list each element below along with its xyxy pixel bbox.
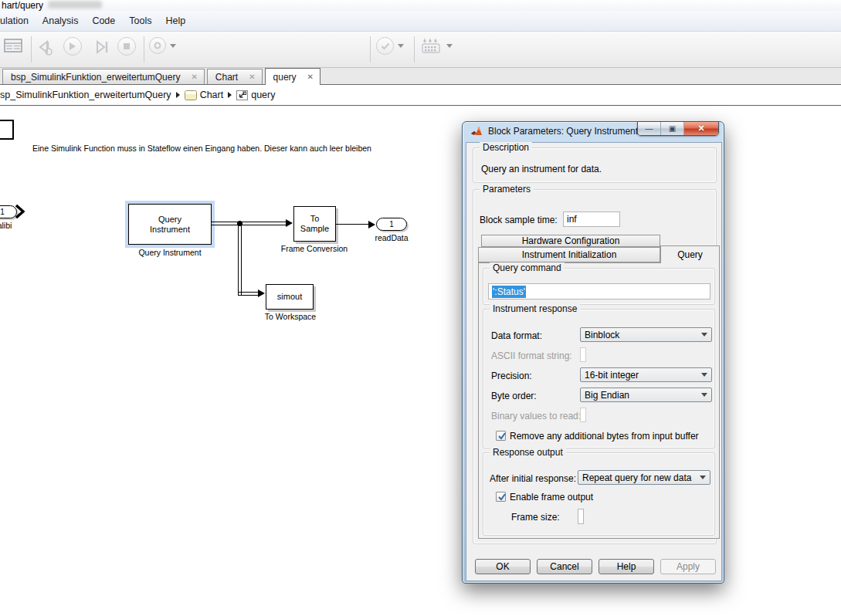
maximize-button[interactable]: ▣ <box>661 122 684 135</box>
block-text: Sample <box>300 224 329 234</box>
cutoff-block[interactable] <box>0 120 14 140</box>
dialog-titlebar[interactable]: Block Parameters: Query Instrument <box>470 126 638 137</box>
data-format-select[interactable]: Binblock <box>580 327 712 342</box>
tab-query-active[interactable]: Query <box>660 245 720 263</box>
block-parameters-dialog: Block Parameters: Query Instrument — ▣ ✕… <box>462 121 724 584</box>
tab-label: Instrument Initialization <box>522 249 617 260</box>
dialog-title: Block Parameters: Query Instrument <box>488 126 638 137</box>
inport-label[interactable]: alibi <box>0 221 20 230</box>
menu-help[interactable]: Help <box>158 12 192 29</box>
model-browser-button[interactable] <box>3 37 23 54</box>
inport-block[interactable]: 1 <box>0 205 17 218</box>
minimize-button[interactable]: — <box>638 122 661 135</box>
checkmark-icon <box>497 431 507 442</box>
document-tab-bar: bsp_SimulinkFunktion_erweitertumQuery ✕ … <box>0 68 841 85</box>
query-instrument-block[interactable]: Query Instrument <box>128 204 212 245</box>
simulink-function-icon <box>236 90 248 100</box>
tab-query[interactable]: query ✕ <box>265 68 320 85</box>
breadcrumb-leaf[interactable]: query <box>251 90 275 100</box>
response-output-header: Response output <box>490 447 566 458</box>
signal-line[interactable] <box>238 224 242 296</box>
tab-chart[interactable]: Chart ✕ <box>207 69 263 84</box>
signal-logging-button[interactable] <box>421 37 453 54</box>
close-icon[interactable]: ✕ <box>191 73 197 81</box>
outport-number: 1 <box>389 220 394 228</box>
tab-label: Query <box>677 249 703 260</box>
to-sample-block[interactable]: To Sample <box>293 206 336 242</box>
remove-bytes-checkbox[interactable] <box>496 431 506 441</box>
query-command-input[interactable]: ':Status' <box>488 283 710 300</box>
canvas-annotation[interactable]: Eine Simulink Function muss in Stateflow… <box>32 144 371 153</box>
chevron-down-icon <box>446 44 453 48</box>
after-initial-response-select[interactable]: Repeat query for new data <box>578 470 710 485</box>
menu-code[interactable]: Code <box>85 12 122 29</box>
model-advisor-button[interactable] <box>376 37 404 55</box>
step-back-button[interactable] <box>36 39 56 57</box>
window-titlebar: hart/query <box>0 0 841 11</box>
instrument-response-header: Instrument response <box>490 303 580 314</box>
breadcrumb-chart[interactable]: Chart <box>200 90 224 100</box>
ascii-format-input <box>580 347 586 362</box>
signal-line[interactable] <box>238 292 259 296</box>
close-icon[interactable]: ✕ <box>307 73 314 81</box>
to-workspace-block[interactable]: simout <box>266 284 314 310</box>
byte-order-label: Byte order: <box>491 391 537 401</box>
block-text: To <box>310 214 320 224</box>
close-icon[interactable]: ✕ <box>249 73 255 81</box>
toolbar-separator <box>144 36 144 63</box>
help-button[interactable]: Help <box>599 559 654 574</box>
ok-button[interactable]: OK <box>475 559 531 574</box>
arrowhead-icon <box>368 221 375 228</box>
record-icon <box>154 42 161 49</box>
tab-bsp-simulinkfunktion[interactable]: bsp_SimulinkFunktion_erweitertumQuery ✕ <box>2 69 205 84</box>
window-title: hart/query <box>2 0 43 11</box>
tab-hardware-configuration[interactable]: Hardware Configuration <box>481 235 660 247</box>
tab-instrument-initialization[interactable]: Instrument Initialization <box>478 247 660 262</box>
block-sample-time-value: inf <box>567 214 577 225</box>
close-button[interactable]: ✕ <box>684 122 718 135</box>
chevron-down-icon <box>701 333 707 337</box>
menu-tools[interactable]: Tools <box>122 12 158 29</box>
description-group: Description Query an instrument for data… <box>473 147 717 183</box>
help-label: Help <box>617 561 636 572</box>
signal-line[interactable] <box>212 222 287 225</box>
to-workspace-label[interactable]: To Workspace <box>256 312 324 321</box>
query-instrument-label[interactable]: Query Instrument <box>120 248 219 257</box>
byte-order-select[interactable]: Big Endian <box>580 388 712 402</box>
menu-analysis[interactable]: Analysis <box>36 12 86 29</box>
menu-simulation[interactable]: ulation <box>0 12 36 29</box>
cancel-button[interactable]: Cancel <box>537 559 592 574</box>
remove-bytes-label: Remove any additional bytes from input b… <box>510 431 699 442</box>
frame-conversion-label[interactable]: Frame Conversion <box>276 244 353 253</box>
arrowhead-icon <box>286 219 293 227</box>
parameters-header: Parameters <box>480 184 534 195</box>
breadcrumb-root[interactable]: sp_SimulinkFunktion_erweitertumQuery <box>0 90 171 100</box>
data-format-label: Data format: <box>491 330 542 341</box>
chevron-down-icon <box>398 44 404 48</box>
frame-size-label: Frame size: <box>511 512 560 523</box>
query-command-header: Query command <box>490 262 565 273</box>
ascii-format-label: ASCII format string: <box>491 350 572 361</box>
stop-button[interactable] <box>117 37 136 56</box>
enable-frame-output-checkbox[interactable] <box>496 492 506 502</box>
record-dropdown-button[interactable] <box>149 37 176 54</box>
window-controls: — ▣ ✕ <box>637 121 719 136</box>
step-back-icon <box>36 39 56 57</box>
outport-block[interactable]: 1 <box>376 218 407 231</box>
cancel-label: Cancel <box>550 561 578 572</box>
frame-size-input[interactable] <box>578 509 584 524</box>
query-command-group: Query command ':Status' <box>483 268 715 305</box>
inport-tail-icon <box>15 205 25 218</box>
instrument-response-group: Instrument response Data format: Binbloc… <box>483 309 715 448</box>
precision-select[interactable]: 16-bit integer <box>580 367 712 382</box>
dialog-body: Description Query an instrument for data… <box>466 142 722 581</box>
toolbar-separator <box>370 36 371 63</box>
run-button[interactable] <box>63 37 82 56</box>
signal-line[interactable] <box>336 224 371 225</box>
tab-label: bsp_SimulinkFunktion_erweitertumQuery <box>11 72 180 83</box>
grid-arrows-icon <box>421 37 443 54</box>
stop-icon <box>123 42 131 50</box>
block-sample-time-input[interactable]: inf <box>563 212 620 227</box>
readdata-label[interactable]: readData <box>368 233 415 242</box>
step-forward-button[interactable] <box>91 39 111 57</box>
